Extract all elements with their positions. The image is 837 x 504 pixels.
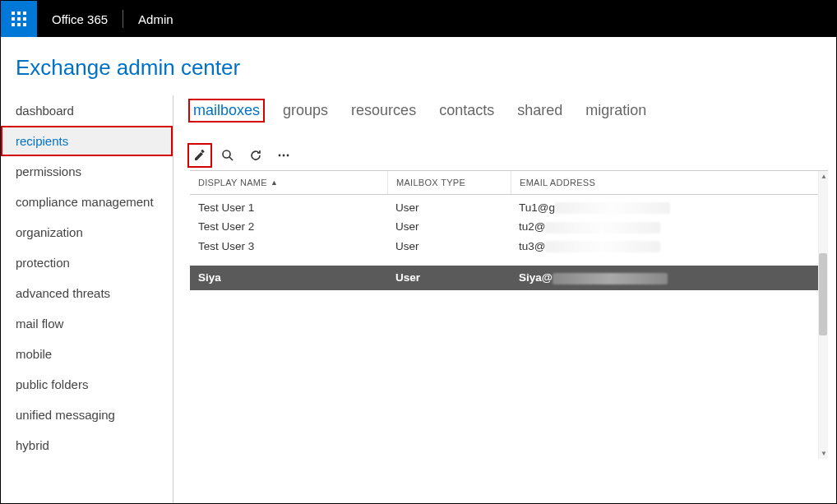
ellipsis-icon [277, 149, 290, 162]
waffle-icon [12, 12, 26, 26]
sidebar-item-dashboard[interactable]: dashboard [1, 95, 173, 126]
cell-name: Test User 3 [190, 239, 387, 253]
cell-type: User [387, 239, 511, 253]
sidebar-item-unified-messaging[interactable]: unified messaging [1, 400, 173, 430]
sidebar-item-permissions[interactable]: permissions [1, 156, 173, 187]
section-label[interactable]: Admin [123, 12, 188, 26]
scroll-up-icon[interactable]: ▲ [821, 173, 827, 180]
col-email-address[interactable]: EMAIL ADDRESS [511, 171, 828, 194]
scroll-thumb[interactable] [819, 253, 827, 335]
sidebar-item-protection[interactable]: protection [1, 247, 173, 278]
redacted [555, 202, 670, 214]
sidebar-item-recipients[interactable]: recipients [1, 126, 173, 156]
scroll-down-icon[interactable]: ▼ [821, 450, 827, 457]
pencil-icon [193, 149, 206, 162]
main-panel: mailboxes groups resources contacts shar… [173, 95, 836, 504]
app-launcher-button[interactable] [1, 1, 37, 37]
sidebar-item-compliance[interactable]: compliance management [1, 187, 173, 217]
tabs: mailboxes groups resources contacts shar… [190, 100, 828, 146]
brand-label: Office 365 [37, 12, 123, 26]
sidebar-item-mobile[interactable]: mobile [1, 339, 173, 369]
cell-email: tu2@ [511, 220, 828, 234]
cell-email: tu3@ [511, 239, 828, 253]
svg-rect-7 [17, 23, 21, 26]
redacted [553, 273, 668, 284]
cell-type: User [387, 220, 511, 234]
more-button[interactable] [274, 146, 294, 165]
svg-point-13 [287, 155, 289, 157]
svg-rect-3 [12, 17, 15, 21]
table-header: DISPLAY NAME ▲ MAILBOX TYPE EMAIL ADDRES… [190, 171, 828, 195]
page-title: Exchange admin center [1, 37, 836, 95]
cell-email: Tu1@g [511, 201, 828, 215]
table-row[interactable]: Test User 3 User tu3@ [190, 237, 828, 256]
table-row[interactable]: Test User 2 User tu2@ [190, 217, 828, 236]
refresh-icon [249, 149, 262, 162]
sidebar: dashboard recipients permissions complia… [1, 95, 173, 504]
cell-type: User [387, 270, 511, 284]
sidebar-item-hybrid[interactable]: hybrid [1, 430, 173, 460]
redacted [545, 222, 660, 234]
sidebar-item-public-folders[interactable]: public folders [1, 369, 173, 400]
cell-name: Siya [190, 270, 387, 284]
top-bar: Office 365 Admin [1, 1, 836, 37]
cell-name: Test User 1 [190, 201, 387, 215]
svg-point-11 [279, 155, 281, 157]
tab-migration[interactable]: migration [582, 100, 650, 121]
tab-resources[interactable]: resources [348, 100, 419, 121]
tab-shared[interactable]: shared [514, 100, 566, 121]
refresh-button[interactable] [246, 146, 266, 165]
tab-groups[interactable]: groups [280, 100, 331, 121]
svg-rect-4 [17, 17, 21, 21]
table-body: Test User 1 User Tu1@g Test User 2 User … [190, 195, 828, 290]
svg-point-9 [223, 150, 230, 158]
table-row-selected[interactable]: Siya User Siya@ [190, 266, 828, 289]
col-mailbox-type[interactable]: MAILBOX TYPE [387, 171, 511, 194]
sidebar-item-organization[interactable]: organization [1, 217, 173, 247]
cell-type: User [387, 201, 511, 215]
toolbar [190, 146, 828, 170]
mailbox-table: DISPLAY NAME ▲ MAILBOX TYPE EMAIL ADDRES… [190, 170, 828, 290]
tab-contacts[interactable]: contacts [436, 100, 497, 121]
search-icon [221, 149, 234, 162]
search-button[interactable] [218, 146, 238, 165]
scrollbar[interactable]: ▲ ▼ [818, 171, 828, 459]
sidebar-item-mail-flow[interactable]: mail flow [1, 308, 173, 339]
redacted [545, 241, 660, 252]
svg-rect-8 [23, 23, 26, 26]
svg-rect-5 [23, 17, 26, 21]
sort-asc-icon: ▲ [271, 178, 278, 187]
svg-rect-0 [12, 12, 15, 15]
sidebar-item-advanced-threats[interactable]: advanced threats [1, 278, 173, 308]
svg-point-12 [283, 155, 285, 157]
svg-rect-6 [12, 23, 15, 26]
svg-rect-2 [23, 12, 26, 15]
col-display-name[interactable]: DISPLAY NAME ▲ [190, 171, 387, 194]
content-area: dashboard recipients permissions complia… [1, 95, 836, 504]
edit-button[interactable] [190, 146, 210, 165]
cell-name: Test User 2 [190, 220, 387, 234]
table-row[interactable]: Test User 1 User Tu1@g [190, 198, 828, 217]
tab-mailboxes[interactable]: mailboxes [190, 100, 263, 121]
svg-line-10 [229, 157, 233, 160]
col-display-name-label: DISPLAY NAME [198, 178, 267, 187]
cell-email: Siya@ [511, 270, 828, 284]
svg-rect-1 [17, 12, 21, 15]
